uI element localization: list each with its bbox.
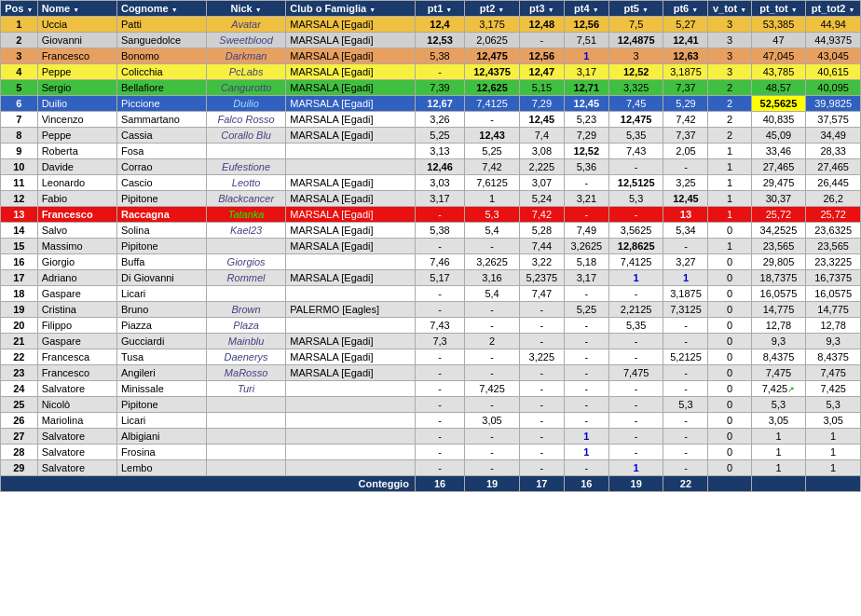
cell-pos: 18 (1, 286, 38, 302)
cell-pt4: 12,45 (564, 96, 608, 112)
cell-pos: 14 (1, 223, 38, 239)
cell-pt5: - (608, 207, 663, 223)
cell-club: MARSALA [Egadi] (286, 349, 416, 365)
cell-pt6: 3,1875 (663, 64, 708, 80)
header-pt2[interactable]: pt2 (465, 1, 520, 17)
header-pt3[interactable]: pt3 (519, 1, 564, 17)
header-pt4[interactable]: pt4 (564, 1, 608, 17)
cell-cognome: Corrao (116, 159, 206, 175)
cell-nick: Eufestione (206, 159, 285, 175)
cell-nome: Uccia (37, 17, 116, 33)
cell-pt5: 12,8625 (608, 239, 663, 254)
cell-cognome: Bellafiore (116, 80, 206, 96)
cell-pt6: 12,63 (663, 48, 708, 64)
cell-pt5: 1 (608, 460, 663, 476)
footer-pt1: 16 (415, 476, 464, 492)
header-club[interactable]: Club o Famiglia (286, 1, 416, 17)
cell-pt4: 5,18 (564, 254, 608, 270)
table-header: Pos Nome Cognome Nick Club o Famiglia pt… (1, 1, 861, 17)
cell-pt1: 12,53 (415, 33, 464, 48)
header-pos[interactable]: Pos (1, 1, 38, 17)
cell-pt2: 7,425 (465, 381, 520, 397)
cell-club (286, 460, 416, 476)
cell-club: MARSALA [Egadi] (286, 175, 416, 191)
header-nome[interactable]: Nome (37, 1, 116, 17)
cell-pt6: - (663, 460, 708, 476)
cell-pt1: - (415, 445, 464, 460)
cell-pt2: 5,4 (465, 223, 520, 239)
header-vtot[interactable]: v_tot (708, 1, 751, 17)
cell-vtot: 2 (708, 112, 751, 128)
cell-nome: Peppe (37, 64, 116, 80)
header-pt1[interactable]: pt1 (415, 1, 464, 17)
cell-pos: 9 (1, 144, 38, 159)
cell-nome: Roberta (37, 144, 116, 159)
header-nick[interactable]: Nick (206, 1, 285, 17)
cell-pt6: 13 (663, 207, 708, 223)
table-row: 27SalvatoreAlbigiani---1--011 (1, 429, 861, 445)
cell-pt5: 5,35 (608, 128, 663, 144)
header-pttot[interactable]: pt_tot (751, 1, 806, 17)
cell-pt2: 5,25 (465, 144, 520, 159)
footer-pttot2 (806, 476, 861, 492)
cell-pttot2: 44,94 (806, 17, 861, 33)
cell-pt3: 5,24 (519, 191, 564, 207)
cell-nick: Turi (206, 381, 285, 397)
cell-pt5: - (608, 334, 663, 349)
cell-pt3: - (519, 397, 564, 413)
header-pt5[interactable]: pt5 (608, 1, 663, 17)
cell-pt4: 1 (564, 429, 608, 445)
cell-pt3: 3,07 (519, 175, 564, 191)
cell-pttot2: 1 (806, 460, 861, 476)
cell-pt1: 5,38 (415, 223, 464, 239)
cell-pos: 22 (1, 349, 38, 365)
cell-cognome: Tusa (116, 349, 206, 365)
cell-pt5: 7,45 (608, 96, 663, 112)
cell-pt5: - (608, 159, 663, 175)
cell-pt4: - (564, 397, 608, 413)
cell-pttot: 29,475 (751, 175, 806, 191)
header-pt6[interactable]: pt6 (663, 1, 708, 17)
table-row: 8PeppeCassiaCorallo BluMARSALA [Egadi]5,… (1, 128, 861, 144)
cell-nome: Adriano (37, 270, 116, 286)
cell-pt4: 12,71 (564, 80, 608, 96)
cell-pt1: - (415, 286, 464, 302)
cell-pt1: 12,67 (415, 96, 464, 112)
cell-nome: Francesco (37, 365, 116, 381)
cell-pt3: - (519, 33, 564, 48)
cell-pt2: - (465, 318, 520, 334)
cell-cognome: Sammartano (116, 112, 206, 128)
cell-pttot2: 14,775 (806, 302, 861, 318)
cell-pttot: 9,3 (751, 334, 806, 349)
cell-pttot2: 26,2 (806, 191, 861, 207)
cell-pt2: 3,175 (465, 17, 520, 33)
table-row: 6DuilioPiccioneDuilioMARSALA [Egadi]12,6… (1, 96, 861, 112)
header-pttot2[interactable]: pt_tot2 (806, 1, 861, 17)
cell-pt2: 12,475 (465, 48, 520, 64)
cell-club (286, 318, 416, 334)
header-cognome[interactable]: Cognome (116, 1, 206, 17)
cell-pttot: 52,5625 (751, 96, 806, 112)
cell-club (286, 413, 416, 429)
cell-pt3: 5,2375 (519, 270, 564, 286)
cell-pttot: 18,7375 (751, 270, 806, 286)
cell-pt1: 5,38 (415, 48, 464, 64)
cell-pttot: 23,565 (751, 239, 806, 254)
cell-vtot: 0 (708, 254, 751, 270)
cell-club: MARSALA [Egadi] (286, 64, 416, 80)
cell-nick: Leotto (206, 175, 285, 191)
cell-pt1: 7,39 (415, 80, 464, 96)
cell-pt1: - (415, 302, 464, 318)
cell-pos: 10 (1, 159, 38, 175)
cell-cognome: Piazza (116, 318, 206, 334)
cell-pt4: - (564, 365, 608, 381)
cell-vtot: 0 (708, 381, 751, 397)
cell-pt2: 12,43 (465, 128, 520, 144)
cell-pt1: - (415, 365, 464, 381)
cell-pt4: 3,2625 (564, 239, 608, 254)
cell-pt3: 3,22 (519, 254, 564, 270)
cell-nick (206, 445, 285, 460)
cell-pt6: - (663, 429, 708, 445)
cell-pttot: 3,05 (751, 413, 806, 429)
cell-pt3: - (519, 334, 564, 349)
